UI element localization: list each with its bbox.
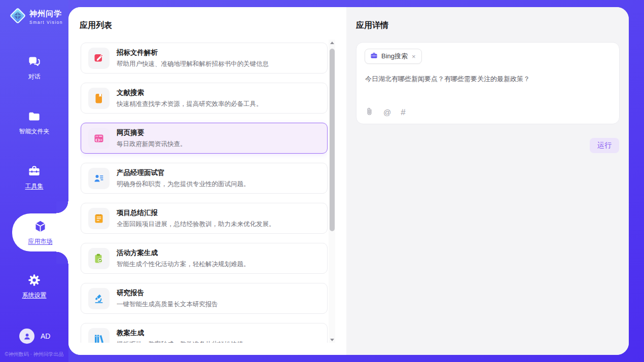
sidebar: 神州问学 Smart Vision 对话 智能文件夹 — [0, 0, 68, 362]
clipboard-check-icon — [88, 248, 110, 269]
composer-toolbar: @ # — [365, 107, 406, 117]
app-name: 项目总结汇报 — [117, 208, 275, 218]
scroll-down-arrow-icon[interactable] — [329, 337, 335, 343]
app-card-bid-parse[interactable]: 招标文件解析 帮助用户快速、准确地理解和解析招标书中的关键信息 — [81, 43, 328, 74]
app-card-project-summary[interactable]: 项目总结汇报 全面回顾项目进展，总结经验教训，助力未来优化发展。 — [81, 203, 328, 234]
cube-icon — [33, 226, 47, 235]
app-name: 教案生成 — [117, 329, 243, 338]
app-desc: 明确身份和职责，为您提供专业性的面试问题。 — [117, 180, 250, 189]
app-name: 活动方案生成 — [117, 248, 250, 258]
user-name: AD — [41, 332, 50, 340]
sidebar-item-label: 应用市场 — [12, 237, 68, 246]
notepad-icon — [88, 208, 110, 229]
sidebar-item-smart-folder[interactable]: 智能文件夹 — [0, 110, 68, 136]
brand-name: 神州问学 — [29, 9, 62, 18]
app-window: 神州问学 Smart Vision 对话 智能文件夹 — [0, 0, 644, 362]
brand-subtitle: Smart Vision — [29, 20, 63, 25]
book-icon — [88, 88, 110, 109]
folder-icon — [27, 116, 41, 125]
gear-icon — [27, 280, 41, 288]
app-name: 产品经理面试官 — [117, 168, 250, 177]
sidebar-item-settings[interactable]: 系统设置 — [0, 273, 68, 300]
interviewer-icon — [88, 168, 110, 189]
brand-diamond-icon — [9, 7, 26, 26]
app-desc: 每日政府新闻资讯快查。 — [117, 140, 187, 149]
app-card-pm-interviewer[interactable]: 产品经理面试官 明确身份和职责，为您提供专业性的面试问题。 — [81, 163, 328, 194]
brand-logo: 神州问学 Smart Vision — [9, 7, 63, 26]
run-button[interactable]: 运行 — [590, 138, 619, 153]
hash-icon[interactable]: # — [401, 108, 405, 117]
list-scrollbar[interactable] — [329, 40, 335, 343]
query-text[interactable]: 今日湖北有哪些新闻要点？有哪些需要关注的最新政策？ — [365, 74, 611, 84]
sidebar-item-chat[interactable]: 对话 — [0, 55, 68, 81]
app-name: 研究报告 — [117, 288, 218, 298]
app-card-lesson-plan[interactable]: 教案生成 模板驱动，教案秒成，教学准备从此轻松快捷 — [81, 323, 328, 343]
paperclip-icon[interactable] — [365, 107, 374, 117]
sidebar-item-label: 智能文件夹 — [0, 127, 68, 136]
sidebar-item-app-market-active[interactable]: 应用市场 — [12, 213, 68, 251]
scrollbar-thumb[interactable] — [330, 49, 335, 231]
microscope-icon — [88, 288, 110, 309]
chat-icon — [27, 61, 41, 70]
app-card-event-plan[interactable]: 活动方案生成 智能生成个性化活动方案，轻松解决规划难题。 — [81, 243, 328, 274]
sidebar-item-label: 系统设置 — [0, 291, 68, 300]
avatar — [19, 329, 34, 344]
tool-chip-bing-search[interactable]: Bing搜索 × — [365, 49, 422, 64]
browser-icon — [88, 128, 110, 149]
active-tab-top-curve — [56, 201, 68, 213]
active-tab-bottom-curve — [56, 251, 68, 264]
tool-chip-label: Bing搜索 — [381, 52, 408, 61]
toolbox-icon — [27, 171, 41, 179]
app-name: 招标文件解析 — [117, 48, 269, 57]
edit-document-icon — [88, 48, 110, 69]
sidebar-item-label: 工具集 — [0, 182, 68, 191]
app-detail-panel: 应用详情 Bing搜索 × 今日湖北有哪些新闻要点？有哪些需要关注的最新政 — [346, 7, 629, 355]
app-desc: 快速精准查找学术资源，提高研究效率的必备工具。 — [117, 100, 263, 108]
app-desc: 帮助用户快速、准确地理解和解析招标书中的关键信息 — [117, 60, 269, 68]
copyright-footer: ©神州数码 · 神州问学出品 — [0, 351, 68, 358]
app-card-research-report[interactable]: 研究报告 一键智能生成高质量长文本研究报告 — [81, 283, 328, 314]
app-name: 文献搜索 — [117, 88, 263, 97]
app-detail-title: 应用详情 — [356, 20, 388, 31]
app-desc: 一键智能生成高质量长文本研究报告 — [117, 300, 218, 309]
app-desc: 智能生成个性化活动方案，轻松解决规划难题。 — [117, 260, 250, 269]
app-desc: 全面回顾项目进展，总结经验教训，助力未来优化发展。 — [117, 220, 275, 229]
at-icon[interactable]: @ — [383, 108, 391, 116]
app-desc: 模板驱动，教案秒成，教学准备从此轻松快捷 — [117, 340, 243, 343]
books-icon — [88, 328, 110, 343]
app-card-web-summary-selected[interactable]: 网页摘要 每日政府新闻资讯快查。 — [81, 123, 328, 154]
app-list: 招标文件解析 帮助用户快速、准确地理解和解析招标书中的关键信息 文献搜索 快速精… — [81, 43, 328, 343]
app-card-literature-search[interactable]: 文献搜索 快速精准查找学术资源，提高研究效率的必备工具。 — [81, 83, 328, 114]
app-name: 网页摘要 — [117, 128, 187, 137]
content-frame: 应用列表 招标文件解析 帮助用户快速、准确地理解和解析招标书中的关键信息 — [68, 7, 629, 355]
app-list-title: 应用列表 — [80, 20, 112, 31]
scroll-up-arrow-icon[interactable] — [329, 40, 335, 46]
close-icon[interactable]: × — [411, 53, 416, 60]
sidebar-item-toolset[interactable]: 工具集 — [0, 164, 68, 191]
app-list-panel: 应用列表 招标文件解析 帮助用户快速、准确地理解和解析招标书中的关键信息 — [68, 7, 346, 355]
user-account[interactable]: AD — [19, 329, 50, 344]
briefcase-icon — [370, 52, 378, 61]
prompt-card: Bing搜索 × 今日湖北有哪些新闻要点？有哪些需要关注的最新政策？ @ # — [356, 42, 620, 124]
sidebar-item-label: 对话 — [0, 73, 68, 81]
